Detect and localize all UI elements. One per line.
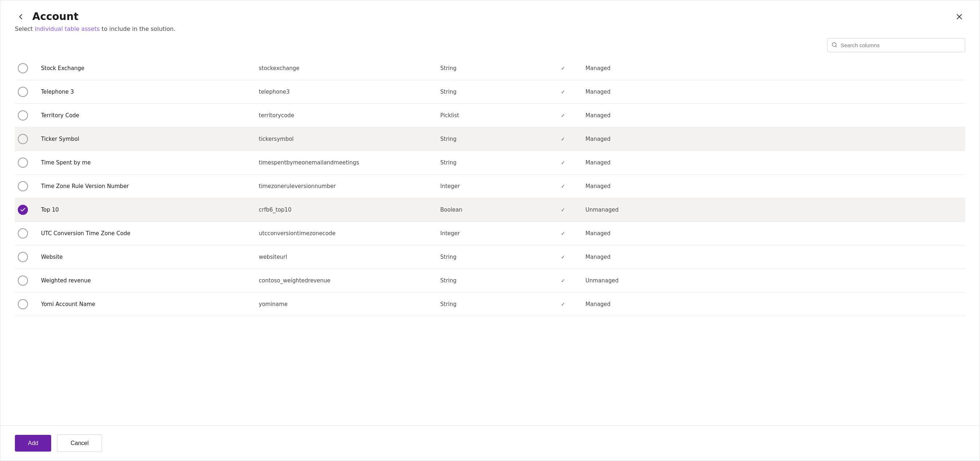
column-name: Top 10	[37, 198, 255, 222]
checkmark-icon: ✓	[561, 89, 565, 95]
search-icon	[832, 42, 837, 49]
column-logical-name: crfb6_top10	[255, 198, 436, 222]
column-checkmark: ✓	[545, 245, 581, 269]
column-managed: Managed	[581, 245, 965, 269]
row-checkbox[interactable]	[18, 181, 28, 191]
column-type: Picklist	[436, 104, 545, 127]
row-checkbox[interactable]	[18, 275, 28, 286]
column-checkmark: ✓	[545, 222, 581, 245]
column-managed: Managed	[581, 151, 965, 175]
checkmark-icon: ✓	[561, 183, 565, 189]
dialog-subtitle: Select individual table assets to includ…	[0, 22, 980, 38]
column-type: String	[436, 80, 545, 104]
column-type: Integer	[436, 222, 545, 245]
column-name: Time Spent by me	[37, 151, 255, 175]
account-dialog: Account Select individual table assets t…	[0, 0, 980, 461]
column-type: String	[436, 245, 545, 269]
table-row: Weighted revenuecontoso_weightedrevenueS…	[15, 269, 965, 292]
column-name: Yomi Account Name	[37, 292, 255, 316]
cancel-button[interactable]: Cancel	[57, 434, 102, 452]
column-managed: Unmanaged	[581, 198, 965, 222]
column-type: String	[436, 127, 545, 151]
column-name: Weighted revenue	[37, 269, 255, 292]
column-type: Boolean	[436, 198, 545, 222]
column-managed: Managed	[581, 222, 965, 245]
checkmark-icon: ✓	[561, 301, 565, 307]
column-type: String	[436, 151, 545, 175]
table-row: Telephone 3telephone3String✓Managed	[15, 80, 965, 104]
column-managed: Managed	[581, 127, 965, 151]
add-button[interactable]: Add	[15, 435, 51, 451]
column-managed: Managed	[581, 104, 965, 127]
column-checkmark: ✓	[545, 127, 581, 151]
column-managed: Managed	[581, 57, 965, 80]
checkmark-icon: ✓	[561, 160, 565, 165]
column-logical-name: telephone3	[255, 80, 436, 104]
column-name: Stock Exchange	[37, 57, 255, 80]
table-row: WebsitewebsiteurlString✓Managed	[15, 245, 965, 269]
close-button[interactable]	[953, 11, 965, 22]
column-logical-name: yominame	[255, 292, 436, 316]
back-button[interactable]	[15, 11, 27, 22]
column-managed: Managed	[581, 80, 965, 104]
column-managed: Managed	[581, 292, 965, 316]
column-logical-name: timespentbymeonemailandmeetings	[255, 151, 436, 175]
column-logical-name: timezoneruleversionnumber	[255, 175, 436, 198]
table-row: Yomi Account NameyominameString✓Managed	[15, 292, 965, 316]
search-bar-row	[0, 38, 980, 57]
checkmark-icon: ✓	[561, 65, 565, 71]
column-name: Territory Code	[37, 104, 255, 127]
column-logical-name: territorycode	[255, 104, 436, 127]
row-checkbox[interactable]	[18, 205, 28, 215]
table-row: Ticker SymboltickersymbolString✓Managed	[15, 127, 965, 151]
checkmark-icon: ✓	[561, 136, 565, 142]
table-row: Time Spent by metimespentbymeonemailandm…	[15, 151, 965, 175]
column-checkmark: ✓	[545, 151, 581, 175]
column-name: Time Zone Rule Version Number	[37, 175, 255, 198]
column-managed: Unmanaged	[581, 269, 965, 292]
column-logical-name: utcconversiontimezonecode	[255, 222, 436, 245]
column-type: String	[436, 292, 545, 316]
row-checkbox[interactable]	[18, 63, 28, 73]
column-logical-name: stockexchange	[255, 57, 436, 80]
search-wrapper	[827, 38, 965, 52]
column-checkmark: ✓	[545, 57, 581, 80]
column-name: Website	[37, 245, 255, 269]
column-checkmark: ✓	[545, 80, 581, 104]
column-checkmark: ✓	[545, 292, 581, 316]
header-left: Account	[15, 11, 78, 22]
column-name: Ticker Symbol	[37, 127, 255, 151]
column-type: Integer	[436, 175, 545, 198]
row-checkbox[interactable]	[18, 87, 28, 97]
columns-table: Stock ExchangestockexchangeString✓Manage…	[15, 57, 965, 316]
table-container: Stock ExchangestockexchangeString✓Manage…	[0, 57, 980, 425]
row-checkbox[interactable]	[18, 134, 28, 144]
row-checkbox[interactable]	[18, 252, 28, 262]
checkmark-icon: ✓	[561, 230, 565, 236]
page-title: Account	[32, 11, 78, 22]
table-row: Top 10crfb6_top10Boolean✓Unmanaged	[15, 198, 965, 222]
row-checkbox[interactable]	[18, 157, 28, 168]
search-input[interactable]	[827, 38, 965, 52]
column-checkmark: ✓	[545, 198, 581, 222]
column-logical-name: websiteurl	[255, 245, 436, 269]
checkmark-icon: ✓	[561, 278, 565, 283]
row-checkbox[interactable]	[18, 110, 28, 121]
dialog-footer: Add Cancel	[0, 425, 980, 461]
table-row: UTC Conversion Time Zone Codeutcconversi…	[15, 222, 965, 245]
svg-point-2	[832, 43, 836, 46]
table-row: Territory CodeterritorycodePicklist✓Mana…	[15, 104, 965, 127]
column-checkmark: ✓	[545, 175, 581, 198]
column-checkmark: ✓	[545, 269, 581, 292]
dialog-header: Account	[0, 0, 980, 22]
table-row: Stock ExchangestockexchangeString✓Manage…	[15, 57, 965, 80]
column-name: UTC Conversion Time Zone Code	[37, 222, 255, 245]
column-type: String	[436, 269, 545, 292]
svg-line-3	[835, 46, 837, 47]
row-checkbox[interactable]	[18, 228, 28, 238]
row-checkbox[interactable]	[18, 299, 28, 309]
checkmark-icon: ✓	[561, 207, 565, 213]
column-logical-name: tickersymbol	[255, 127, 436, 151]
column-logical-name: contoso_weightedrevenue	[255, 269, 436, 292]
table-row: Time Zone Rule Version Numbertimezonerul…	[15, 175, 965, 198]
